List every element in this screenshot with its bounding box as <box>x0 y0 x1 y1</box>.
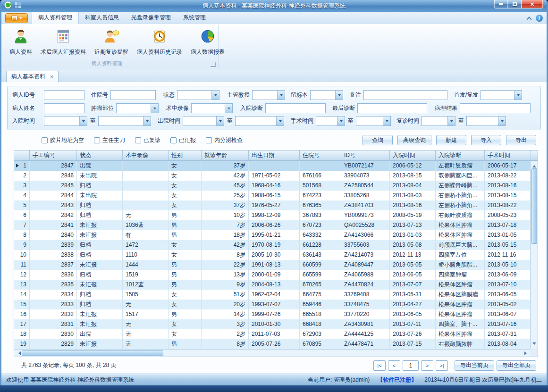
checkbox-icon[interactable] <box>42 137 48 143</box>
table-row[interactable]: 72841未汇报1036蓝男7岁2006-06-26670723QA002552… <box>14 220 531 230</box>
final-diagnosis-input[interactable] <box>357 103 427 113</box>
discharge-time-to-select[interactable] <box>235 116 284 126</box>
chevron-down-icon[interactable] <box>143 117 151 125</box>
chevron-down-icon[interactable] <box>277 91 285 100</box>
table-row[interactable]: 22846未出院女42岁1971-05-02676166339040732013… <box>14 171 531 181</box>
column-header[interactable]: 状态 <box>77 150 123 160</box>
query-button[interactable]: 查询 <box>363 135 393 145</box>
chevron-down-icon[interactable] <box>514 91 522 100</box>
pathology-result-input[interactable] <box>460 103 531 113</box>
close-button[interactable]: × <box>522 0 543 8</box>
checkbox-endocrine-exam[interactable]: 内分泌检查 <box>206 136 243 144</box>
next-page-button[interactable]: > <box>421 360 433 371</box>
column-header[interactable]: 住院号 <box>300 150 341 160</box>
chevron-down-icon[interactable] <box>151 104 158 113</box>
checkbox-reported[interactable]: 已汇报 <box>170 136 196 144</box>
table-row[interactable]: 132835未汇报1012蓝男9岁2004-08-13670265ZA44708… <box>14 280 531 290</box>
new-button[interactable]: 新建 <box>436 135 466 145</box>
column-header[interactable]: 入院诊断 <box>436 150 485 160</box>
ribbon-tab-disc-video[interactable]: 光盘录像带管理 <box>125 12 177 24</box>
vertical-scrollbar[interactable] <box>530 161 538 349</box>
chevron-down-icon[interactable] <box>216 117 224 125</box>
patient-name-input[interactable] <box>44 103 84 113</box>
table-row[interactable]: 152833归档无女20岁1993-07-0765944633748475201… <box>14 300 531 309</box>
specimen-select[interactable] <box>310 90 343 100</box>
table-row[interactable]: 112837未汇报1444男22岁1991-08-13660599ZA40894… <box>14 260 531 270</box>
patient-id-input[interactable] <box>44 90 84 100</box>
checkbox-icon[interactable] <box>94 137 100 143</box>
ribbon-button-patient-data[interactable]: 病人资料 <box>5 25 36 57</box>
ribbon-tab-system[interactable]: 系统管理 <box>177 12 212 24</box>
column-header[interactable]: 术中录像 <box>123 150 169 160</box>
column-header[interactable]: 手工编号 <box>30 150 77 160</box>
vertical-scroll-thumb[interactable] <box>531 168 537 244</box>
checkbox-icon[interactable] <box>135 137 141 143</box>
quick-access-icon[interactable] <box>15 2 21 10</box>
scroll-up-icon[interactable] <box>532 163 536 167</box>
admission-time-from-select[interactable] <box>44 116 87 126</box>
professor-select[interactable] <box>252 90 285 100</box>
chevron-down-icon[interactable] <box>79 117 87 125</box>
checkbox-revisited[interactable]: 已复诊 <box>135 136 160 144</box>
chevron-down-icon[interactable] <box>276 117 284 125</box>
table-row[interactable]: 62842归档无男10岁1998-12-09367893YB0099173200… <box>14 210 531 220</box>
surgery-time-from-select[interactable] <box>316 116 345 126</box>
chevron-down-icon[interactable] <box>383 117 390 125</box>
table-row[interactable]: 42844未出院女25岁1988-06-15674223338052682013… <box>14 191 531 200</box>
chevron-down-icon[interactable] <box>225 104 232 113</box>
doc-tab-patient-basic-info[interactable]: 病人基本资料 × <box>6 71 59 82</box>
export-all-pages-button[interactable]: 导出全部页 <box>497 360 536 371</box>
first-recurrence-select[interactable] <box>481 90 522 100</box>
ribbon-button-data-report[interactable]: 病人数据报表 <box>186 25 229 57</box>
collapse-ribbon-icon[interactable] <box>526 17 531 22</box>
export-button[interactable]: 导出 <box>506 135 536 145</box>
column-header[interactable]: 出生日期 <box>249 150 300 160</box>
minimize-button[interactable] <box>494 0 508 8</box>
admission-time-to-select[interactable] <box>98 116 151 126</box>
ribbon-button-postop-report[interactable]: 术后病人汇报资料 <box>36 25 90 57</box>
column-header[interactable]: 就诊年龄 <box>202 150 249 160</box>
column-header[interactable]: 入院时间 <box>390 150 436 160</box>
advanced-query-button[interactable]: 高级查询 <box>397 135 431 145</box>
info-icon[interactable]: i <box>536 15 543 22</box>
export-current-page-button[interactable]: 导出当前页 <box>455 360 494 371</box>
column-header[interactable] <box>14 150 30 160</box>
table-row[interactable]: 12847出院女37岁YB00721472006-05-12左额叶胶质瘤2006… <box>14 161 531 171</box>
remark-input[interactable] <box>363 90 447 100</box>
op-video-select[interactable] <box>191 103 233 113</box>
surgery-time-to-select[interactable] <box>356 116 391 126</box>
column-header[interactable]: ID号 <box>341 150 390 160</box>
horizontal-scrollbar[interactable] <box>14 349 531 357</box>
table-row[interactable]: 182830出院无女2岁2011-07-03672903ZA4444125201… <box>14 329 531 339</box>
admission-diagnosis-input[interactable] <box>265 103 326 113</box>
checkbox-icon[interactable] <box>206 137 212 143</box>
tab-close-icon[interactable]: × <box>50 74 53 80</box>
ribbon-tab-patient-management[interactable]: 病人资料管理 <box>32 11 79 24</box>
status-select[interactable] <box>177 90 219 100</box>
scroll-down-icon[interactable] <box>532 342 536 347</box>
inpatient-no-input[interactable] <box>110 90 156 100</box>
current-page-input[interactable]: 1 <box>403 360 419 371</box>
table-row[interactable]: 32845归档女45岁1968-04-16501568ZA25805442013… <box>14 181 531 191</box>
table-row[interactable]: 92839归档1472女42岁1970-08-19661228337556032… <box>14 240 531 250</box>
table-row[interactable]: 142834归档1505女51岁1962-02-0466477533769408… <box>14 290 531 300</box>
checkbox-icon[interactable] <box>170 137 177 143</box>
chevron-down-icon[interactable] <box>447 117 455 125</box>
horizontal-scroll-thumb[interactable] <box>22 350 163 356</box>
column-header[interactable]: 手术时间 <box>485 150 531 160</box>
checkbox-film-address-empty[interactable]: 胶片地址为空 <box>42 136 84 144</box>
group-dialog-launcher-icon[interactable] <box>211 62 216 67</box>
application-menu-button[interactable] <box>5 13 28 23</box>
chevron-down-icon[interactable] <box>337 117 345 125</box>
ribbon-button-revisit-reminder[interactable]: 近期复诊提醒 <box>90 25 133 57</box>
maximize-button[interactable] <box>508 0 522 8</box>
revisit-time-to-select[interactable] <box>466 116 506 126</box>
table-row[interactable]: 162832未汇报1517男14岁1999-07-266655183377022… <box>14 309 531 319</box>
table-row[interactable]: 172831未汇报无女3岁2010-01-30668418ZA343098120… <box>14 319 531 329</box>
table-row[interactable]: 192829未汇报无男8岁2005-07-26670895ZA447847120… <box>14 339 531 349</box>
chevron-down-icon[interactable] <box>498 117 506 125</box>
discharge-time-from-select[interactable] <box>183 116 224 126</box>
column-header[interactable]: 性别 <box>169 150 202 160</box>
last-page-button[interactable]: >| <box>436 360 448 371</box>
scroll-left-icon[interactable] <box>17 351 21 355</box>
